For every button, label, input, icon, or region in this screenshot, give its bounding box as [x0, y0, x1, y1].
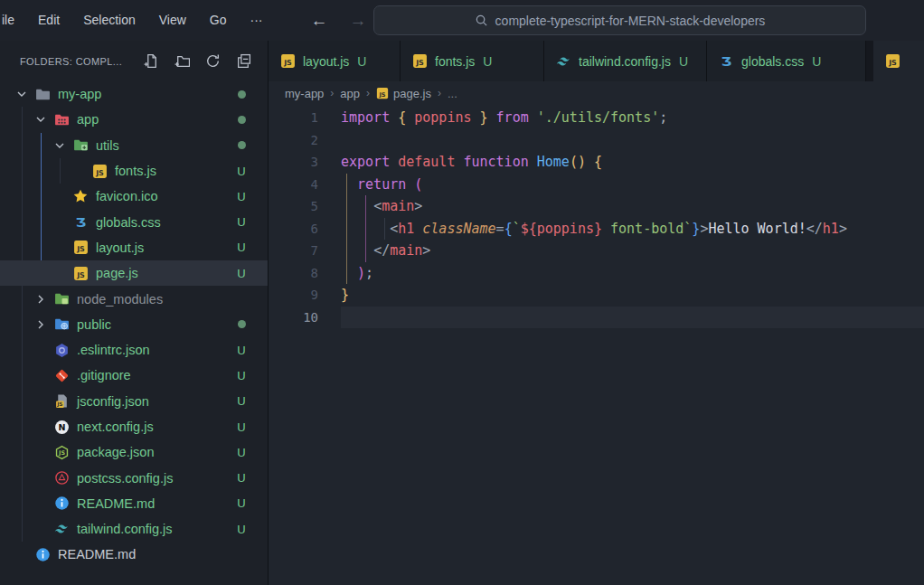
- gutter-spacer: [318, 174, 341, 196]
- info-icon: [34, 546, 51, 562]
- git-untracked-badge: U: [235, 165, 248, 178]
- tab-globals.css[interactable]: Ʒglobals.cssU: [707, 41, 866, 81]
- postcss-icon: [53, 470, 70, 486]
- tree-item-layout-js[interactable]: JSlayout.jsU: [0, 235, 268, 260]
- code-line-content: [341, 307, 924, 329]
- breadcrumb-item[interactable]: ...: [448, 87, 457, 100]
- git-untracked-badge: U: [235, 267, 248, 280]
- breadcrumb-label: page.js: [393, 87, 431, 100]
- menu-selection[interactable]: Selection: [71, 0, 147, 41]
- git-untracked-badge: U: [235, 215, 248, 229]
- tab-bar: JSlayout.jsUJSfonts.jsUtailwind.config.j…: [269, 41, 924, 81]
- menu-file[interactable]: ile: [0, 0, 26, 41]
- code-editor[interactable]: 1import { poppins } from './utils/fonts'…: [269, 105, 924, 585]
- svg-text:JS: JS: [76, 270, 85, 278]
- breadcrumb: my-app›app›JSpage.js›...: [269, 81, 924, 105]
- tree-item-page-js[interactable]: JSpage.jsU: [0, 260, 268, 286]
- tree-item-fonts-js[interactable]: JSfonts.jsU: [0, 158, 268, 184]
- svg-text:JS: JS: [95, 168, 104, 176]
- gutter-spacer: [318, 284, 341, 307]
- back-arrow-icon[interactable]: ←: [311, 11, 328, 31]
- css-icon: Ʒ: [72, 214, 89, 231]
- menu-bar: ileEditSelectionViewGo···: [0, 0, 275, 41]
- gutter-spacer: [318, 307, 341, 329]
- tree-item-globals-css[interactable]: Ʒglobals.cssU: [0, 209, 268, 234]
- js-icon: JS: [72, 240, 89, 256]
- code-line-content: <h1 className={`${poppins} font-bold`}>H…: [341, 218, 924, 241]
- command-center-search[interactable]: complete-typescript-for-MERN-stack-devel…: [373, 5, 866, 35]
- line-number: 5: [269, 195, 318, 218]
- css-icon: Ʒ: [718, 53, 734, 70]
- code-line-3: 3export default function Home() {: [269, 151, 924, 174]
- tree-item-label: jsconfig.json: [77, 394, 149, 409]
- tree-item-postcss-config-js[interactable]: postcss.config.jsU: [0, 465, 268, 490]
- code-line-content: import { poppins } from './utils/fonts';: [341, 107, 924, 129]
- tree-item-readme-md[interactable]: README.mdU: [0, 491, 268, 516]
- tab-tailwind.config.js[interactable]: tailwind.config.jsU: [544, 41, 707, 81]
- tab-layout.js[interactable]: JSlayout.jsU: [269, 41, 401, 81]
- menu-go[interactable]: Go: [198, 0, 239, 41]
- code-line-content: export default function Home() {: [341, 151, 924, 174]
- tree-item-readme-md[interactable]: README.md: [0, 542, 268, 567]
- tree-item--eslintrc-json[interactable]: .eslintrc.jsonU: [0, 337, 268, 363]
- tab-fonts.js[interactable]: JSfonts.jsU: [401, 41, 544, 81]
- new-folder-button[interactable]: [174, 53, 190, 70]
- folder-app-icon: [53, 111, 70, 127]
- svg-text:JS: JS: [378, 91, 385, 99]
- refresh-button[interactable]: [204, 53, 221, 70]
- eslint-icon: [53, 342, 70, 358]
- tree-item-package-json[interactable]: JSpackage.jsonU: [0, 439, 268, 465]
- tree-item-favicon-ico[interactable]: favicon.icoU: [0, 184, 268, 209]
- tab-git-badge: U: [357, 54, 366, 69]
- explorer-header: FOLDERS: COMPL...: [0, 41, 268, 81]
- chevron-right-icon: [33, 292, 48, 307]
- next-icon: N: [53, 419, 70, 435]
- breadcrumb-item[interactable]: JSpage.js: [376, 87, 431, 100]
- menu-edit[interactable]: Edit: [26, 0, 71, 41]
- breadcrumb-separator: ›: [330, 87, 334, 99]
- svg-text:N: N: [58, 422, 65, 432]
- code-line-8: 8 );: [269, 262, 924, 285]
- breadcrumb-label: ...: [448, 87, 457, 100]
- new-file-button[interactable]: [143, 53, 159, 70]
- tree-item-public[interactable]: public: [0, 312, 268, 337]
- collapse-all-button[interactable]: [235, 53, 251, 70]
- tree-item-label: globals.css: [96, 215, 161, 230]
- chevron-down-icon: [14, 87, 29, 101]
- code-line-6: 6 <h1 className={`${poppins} font-bold`}…: [269, 218, 924, 241]
- tree-item-label: README.md: [58, 547, 136, 561]
- tree-item-app[interactable]: app: [0, 107, 268, 132]
- forward-arrow-icon[interactable]: →: [350, 11, 367, 31]
- tree-item-label: next.config.js: [77, 420, 154, 434]
- gutter-spacer: [318, 151, 341, 174]
- search-value: complete-typescript-for-MERN-stack-devel…: [495, 14, 766, 28]
- git-untracked-badge: U: [235, 496, 248, 510]
- tree-item-jsconfig-json[interactable]: JSjsconfig.jsonU: [0, 389, 268, 414]
- editor-area: JSlayout.jsUJSfonts.jsUtailwind.config.j…: [269, 41, 924, 585]
- tree-item-tailwind-config-js[interactable]: tailwind.config.jsU: [0, 516, 268, 542]
- tree-item-node-modules[interactable]: node_modules: [0, 286, 268, 311]
- tab-partial[interactable]: JS: [873, 41, 924, 81]
- tab-label: tailwind.config.js: [579, 54, 671, 69]
- folder-public-icon: [53, 316, 70, 333]
- tree-item--gitignore[interactable]: .gitignoreU: [0, 363, 268, 388]
- menu-view[interactable]: View: [147, 0, 198, 41]
- chevron-right-icon: [33, 317, 48, 332]
- star-icon: [72, 188, 89, 204]
- explorer-sidebar: FOLDERS: COMPL... my-appapputilsJSfonts.…: [0, 41, 269, 585]
- chevron-down-icon: [52, 138, 67, 153]
- code-line-content: );: [341, 262, 924, 285]
- menu-more[interactable]: ···: [239, 0, 275, 41]
- tree-item-label: utils: [96, 138, 119, 153]
- tree-item-next-config-js[interactable]: Nnext.config.jsU: [0, 414, 268, 439]
- breadcrumb-item[interactable]: my-app: [285, 87, 324, 100]
- line-number: 6: [269, 218, 318, 241]
- tree-item-label: README.md: [77, 496, 155, 511]
- folder-changes-dot-badge: [235, 113, 248, 127]
- main-area: FOLDERS: COMPL... my-appapputilsJSfonts.…: [0, 41, 924, 585]
- tree-item-utils[interactable]: utils: [0, 133, 268, 158]
- tree-item-label: node_modules: [77, 292, 163, 307]
- tree-item-my-app[interactable]: my-app: [0, 81, 268, 107]
- breadcrumb-item[interactable]: app: [340, 87, 360, 100]
- code-indent-guide: [365, 195, 366, 262]
